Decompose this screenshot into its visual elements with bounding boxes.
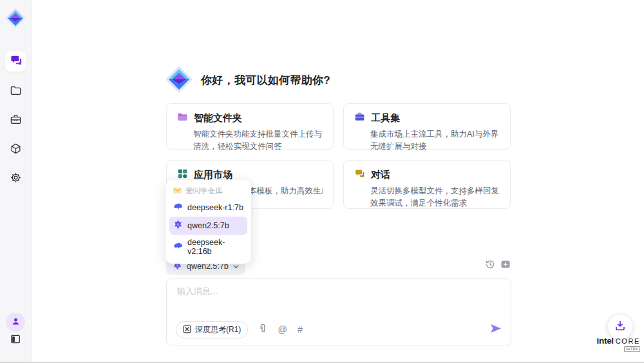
card-title: 智能文件夹 xyxy=(194,112,242,124)
sidebar-item-toolbox[interactable] xyxy=(5,110,26,131)
ultra-badge: ultra xyxy=(624,346,640,352)
gold-chat-icon xyxy=(354,168,365,182)
mention-button[interactable]: @ xyxy=(278,325,287,335)
paperclip-icon xyxy=(258,325,267,336)
user-icon xyxy=(11,317,21,329)
send-button[interactable] xyxy=(490,324,502,336)
card-toolset[interactable]: 工具集 集成市场上主流工具，助力AI与外界无缝扩展与对接 xyxy=(343,103,511,150)
card-desc: 智能文件夹功能支持批量文件上传与清洗，轻松实现文件问答 xyxy=(193,128,323,153)
message-input[interactable] xyxy=(177,286,499,313)
model-option-deepseek-v2[interactable]: deepseek-v2:16b xyxy=(169,235,247,259)
briefcase-icon xyxy=(10,113,22,128)
intel-wordmark: intel xyxy=(597,336,614,346)
cube-icon xyxy=(10,142,22,157)
download-tray-icon xyxy=(614,320,626,334)
message-composer: 深度思考(R1) @ # xyxy=(166,278,511,346)
card-title: 工具集 xyxy=(371,112,400,124)
hashtag-button[interactable]: # xyxy=(298,325,303,335)
diamond-logo-icon xyxy=(164,86,194,97)
model-group-label: 爱问学仓库 xyxy=(169,184,247,199)
core-wordmark: core xyxy=(616,337,640,345)
card-conversation[interactable]: 对话 灵活切换多模型文件，支持多样回复效果调试，满足个性化需求 xyxy=(343,160,511,209)
folder-icon xyxy=(10,84,22,99)
deepseek-whale-icon xyxy=(173,202,183,213)
sidebar-item-settings[interactable] xyxy=(5,168,26,189)
qwen-icon xyxy=(173,220,183,231)
gear-icon xyxy=(10,172,22,186)
sidebar-item-folders[interactable] xyxy=(5,81,26,102)
card-desc: 集成市场上主流工具，助力AI与外界无缝扩展与对接 xyxy=(370,128,500,153)
deep-think-toggle[interactable]: 深度思考(R1) xyxy=(176,321,248,338)
diamond-logo-icon xyxy=(4,21,27,32)
sidebar-item-profile[interactable] xyxy=(6,313,25,332)
indigo-briefcase-icon xyxy=(354,112,365,125)
model-dropdown-menu: 爱问学仓库 deepseek-r1:7b qwen2.5:7b deepseek… xyxy=(166,180,251,264)
history-button[interactable] xyxy=(484,260,496,271)
sidebar xyxy=(0,0,32,362)
deepseek-whale-icon xyxy=(173,241,183,253)
intel-core-logo: intel core ultra xyxy=(596,336,640,352)
panel-toggle-icon xyxy=(10,333,21,348)
card-smart-folder[interactable]: 智能文件夹 智能文件夹功能支持批量文件上传与清洗，轻松实现文件问答 xyxy=(166,103,334,150)
new-chat-button[interactable] xyxy=(500,260,511,271)
sidebar-item-collapse[interactable] xyxy=(5,330,26,351)
sidebar-item-models[interactable] xyxy=(5,139,26,160)
new-chat-plus-icon xyxy=(500,259,511,272)
greeting-logo xyxy=(164,64,194,95)
model-option-qwen[interactable]: qwen2.5:7b xyxy=(169,217,247,235)
app-logo[interactable] xyxy=(4,6,27,30)
sidebar-item-chat[interactable] xyxy=(5,51,26,72)
purple-folder-icon xyxy=(177,112,188,125)
repo-icon xyxy=(173,186,182,196)
send-arrow-icon xyxy=(490,324,502,336)
greeting-title: 你好，我可以如何帮助你? xyxy=(201,73,330,88)
model-option-deepseek-r1[interactable]: deepseek-r1:7b xyxy=(169,199,247,217)
chat-bubbles-icon xyxy=(10,54,22,69)
history-clock-icon xyxy=(485,259,495,272)
attach-button[interactable] xyxy=(258,324,267,337)
card-desc: 灵活切换多模型文件，支持多样回复效果调试，满足个性化需求 xyxy=(370,185,500,210)
deep-think-icon xyxy=(183,325,191,335)
card-title: 对话 xyxy=(371,169,390,181)
